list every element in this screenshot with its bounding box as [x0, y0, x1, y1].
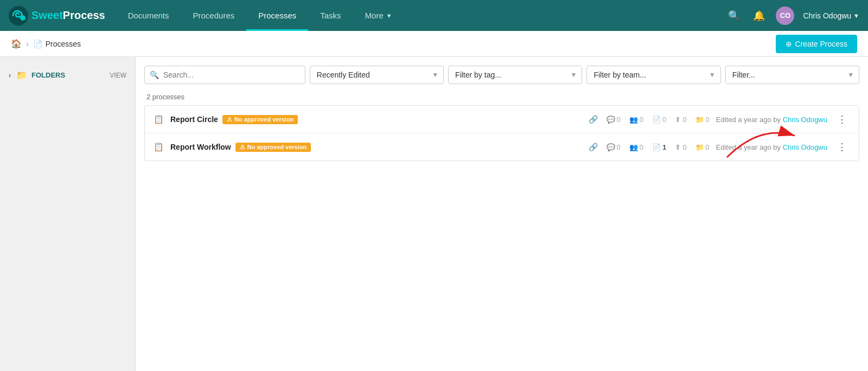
search-wrap: 🔍 [144, 66, 305, 84]
comment-icon: 💬 [607, 116, 615, 124]
filter-tag-dropdown[interactable]: Filter by tag... [448, 66, 582, 84]
filter-tag-select: Filter by tag... ▼ [448, 66, 582, 84]
process-doc-icon: 📋 [154, 114, 164, 124]
search-button[interactable]: 🔍 [726, 8, 742, 24]
doc-icon: 📄 [652, 143, 661, 151]
filter-dropdown[interactable]: Filter... [725, 66, 859, 84]
nav-right: 🔍 🔔 CO Chris Odogwu ▼ [726, 7, 859, 25]
docs-count: 📄 1 [652, 143, 666, 151]
chevron-down-icon: ▼ [853, 12, 859, 19]
nav-processes[interactable]: Processes [246, 0, 308, 31]
nav-tasks[interactable]: Tasks [308, 0, 353, 31]
nav-links: Documents Procedures Processes Tasks Mor… [116, 0, 726, 31]
folder-count: 📁 0 [695, 143, 710, 151]
up-count: ⬆ 0 [675, 143, 686, 151]
link-icon[interactable]: 🔗 [589, 143, 598, 151]
folder-count-icon: 📁 [695, 143, 704, 151]
users-icon: 👥 [629, 143, 638, 151]
up-count: ⬆ 0 [675, 116, 686, 124]
edit-user-link[interactable]: Chris Odogwu [783, 116, 827, 124]
folder-icon: 📁 [16, 70, 27, 80]
plus-icon: ⊕ [786, 40, 792, 48]
row-more-button[interactable]: ⋮ [834, 140, 850, 154]
doc-icon: 📄 [652, 116, 661, 124]
warning-icon: ⚠ [240, 144, 245, 151]
comment-icon: 💬 [607, 143, 615, 151]
recently-edited-select: Recently Edited ▼ [310, 66, 444, 84]
svg-point-0 [9, 6, 28, 25]
sidebar-view-label[interactable]: VIEW [110, 72, 126, 79]
process-page-icon: 📄 [33, 40, 42, 48]
process-list: 📋 Report Circle ⚠ No approved version 🔗 … [144, 105, 859, 161]
search-icon: 🔍 [150, 71, 159, 79]
breadcrumb-current: 📄 Processes [33, 40, 81, 48]
edit-user-link[interactable]: Chris Odogwu [783, 143, 827, 151]
edit-info: Edited a year ago by Chris Odogwu [716, 116, 827, 124]
folder-count-icon: 📁 [695, 116, 704, 124]
filter-team-dropdown[interactable]: Filter by team... [586, 66, 720, 84]
home-icon[interactable]: 🏠 [11, 39, 22, 49]
brand-logo-link[interactable]: SweetProcess [9, 6, 105, 25]
bell-icon: 🔔 [753, 10, 765, 22]
edit-info: Edited a year ago by Chris Odogwu [716, 143, 827, 151]
process-name[interactable]: Report Circle [170, 115, 218, 124]
up-icon: ⬆ [675, 116, 681, 124]
search-icon: 🔍 [728, 10, 740, 22]
search-input[interactable] [144, 66, 305, 84]
process-meta: 🔗 💬 0 👥 0 📄 1 ⬆ 0 [589, 143, 710, 151]
warning-icon: ⚠ [227, 116, 232, 123]
svg-point-1 [20, 15, 25, 21]
breadcrumb-separator: › [26, 40, 29, 48]
link-icon[interactable]: 🔗 [589, 115, 598, 124]
no-approved-version-badge: ⚠ No approved version [235, 143, 311, 152]
up-icon: ⬆ [675, 143, 681, 151]
folders-sidebar-item[interactable]: › 📁 FOLDERS VIEW [0, 66, 135, 85]
process-doc-icon: 📋 [154, 142, 164, 152]
breadcrumb-bar: 🏠 › 📄 Processes ⊕ Create Process [0, 31, 868, 57]
users-count: 👥 0 [629, 143, 643, 151]
folders-label: FOLDERS [31, 71, 65, 79]
folder-count: 📁 0 [695, 116, 710, 124]
users-icon: 👥 [629, 116, 638, 124]
nav-documents[interactable]: Documents [116, 0, 181, 31]
navbar: SweetProcess Documents Procedures Proces… [0, 0, 868, 31]
filter-select: Filter... ▼ [725, 66, 859, 84]
users-count: 👥 0 [629, 116, 643, 124]
chevron-right-icon: › [9, 72, 11, 79]
docs-count: 📄 0 [652, 116, 666, 124]
no-approved-version-badge: ⚠ No approved version [222, 115, 298, 124]
breadcrumb: 🏠 › 📄 Processes [11, 39, 81, 49]
process-name[interactable]: Report Workflow [170, 143, 231, 151]
user-avatar[interactable]: CO [776, 7, 794, 25]
table-row: 📋 Report Workflow ⚠ No approved version … [145, 133, 859, 161]
create-process-button[interactable]: ⊕ Create Process [776, 35, 857, 53]
nav-more[interactable]: More ▼ [353, 0, 404, 31]
chevron-down-icon: ▼ [386, 12, 392, 19]
nav-procedures[interactable]: Procedures [181, 0, 247, 31]
filter-bar: 🔍 Recently Edited ▼ Filter by tag... ▼ F… [144, 66, 859, 84]
sidebar: › 📁 FOLDERS VIEW [0, 57, 136, 371]
brand-name: SweetProcess [31, 9, 105, 22]
recently-edited-dropdown[interactable]: Recently Edited [310, 66, 444, 84]
user-menu[interactable]: Chris Odogwu ▼ [803, 11, 859, 20]
filter-team-select: Filter by team... ▼ [586, 66, 720, 84]
process-count: 2 processes [144, 93, 859, 101]
process-meta: 🔗 💬 0 👥 0 📄 0 ⬆ 0 [589, 115, 710, 124]
main-layout: › 📁 FOLDERS VIEW 🔍 Recently Edited ▼ [0, 57, 868, 371]
notifications-button[interactable]: 🔔 [751, 8, 767, 24]
table-row: 📋 Report Circle ⚠ No approved version 🔗 … [145, 106, 859, 133]
content-area: 🔍 Recently Edited ▼ Filter by tag... ▼ F… [136, 57, 868, 371]
row-more-button[interactable]: ⋮ [834, 112, 850, 126]
comments-count: 💬 0 [607, 116, 621, 124]
comments-count: 💬 0 [607, 143, 621, 151]
